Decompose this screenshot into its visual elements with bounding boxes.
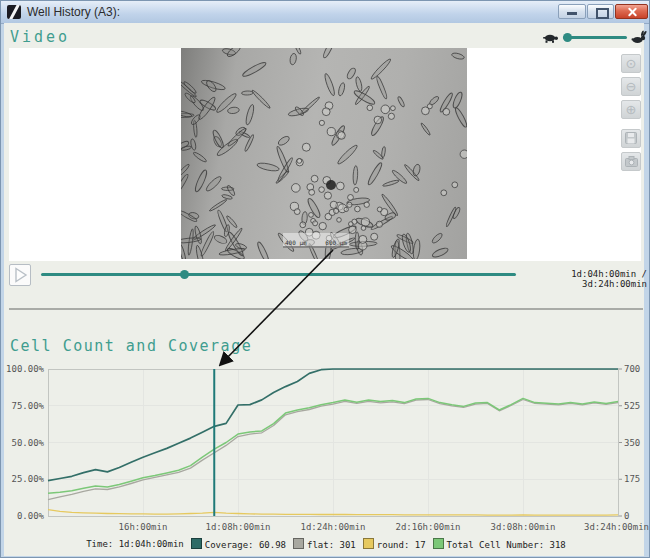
legend-swatch-round xyxy=(363,538,374,549)
minimize-button[interactable] xyxy=(558,4,586,19)
video-panel: 400 μm 600 μm ⊙ ⊖ ⊕ xyxy=(9,48,641,261)
legend-item-round: round: 17 xyxy=(363,538,426,550)
cell-count-coverage-chart[interactable]: 0.00%25.00%50.00%75.00%100.00%16h:00min1… xyxy=(1,356,650,538)
left-axis-tick: 75.00% xyxy=(11,401,44,411)
playback-speed-control xyxy=(541,27,647,47)
play-button[interactable] xyxy=(9,264,31,286)
chart-legend: Time: 1d:04h:00min Coverage: 60.98 flat:… xyxy=(1,538,650,550)
snapshot-button[interactable] xyxy=(621,152,641,171)
reset-view-icon: ⊙ xyxy=(626,56,637,71)
x-axis-tick: 3d:08h:00min xyxy=(490,522,555,532)
cells-render xyxy=(181,48,467,259)
left-axis-tick: 0.00% xyxy=(17,511,45,521)
close-button[interactable] xyxy=(615,4,648,19)
x-axis-tick: 2d:16h:00min xyxy=(395,522,460,532)
right-axis-tick: 350 xyxy=(624,438,640,448)
left-axis-tick: 50.00% xyxy=(11,438,44,448)
chart-section-title: Cell Count and Coverage xyxy=(10,337,252,355)
section-divider xyxy=(9,308,643,310)
scale-label-600: 600 μm xyxy=(325,239,347,246)
right-axis-tick: 525 xyxy=(624,401,640,411)
legend-swatch-flat xyxy=(293,538,304,549)
legend-item-total: Total Cell Number: 318 xyxy=(433,538,566,550)
timeline-slider-handle[interactable] xyxy=(180,270,189,279)
turtle-icon xyxy=(543,29,559,48)
maximize-icon xyxy=(596,8,609,19)
window-title: Well History (A3): xyxy=(27,5,120,19)
x-axis-tick: 1d:24h:00min xyxy=(300,522,365,532)
video-section-title: Video xyxy=(10,28,70,46)
right-axis-tick: 175 xyxy=(624,474,640,484)
play-icon xyxy=(10,265,30,285)
right-axis-tick: 700 xyxy=(624,364,640,374)
reset-view-button[interactable]: ⊙ xyxy=(621,54,641,73)
scale-label-400: 400 μm xyxy=(285,239,307,246)
save-button[interactable] xyxy=(621,129,641,148)
legend-swatch-total xyxy=(433,538,444,549)
legend-item-coverage: Coverage: 60.98 xyxy=(191,538,286,550)
right-axis-tick: 0 xyxy=(624,511,629,521)
floppy-icon xyxy=(625,132,637,144)
left-axis-tick: 25.00% xyxy=(11,474,44,484)
camera-icon xyxy=(625,156,638,167)
title-bar: Well History (A3): xyxy=(1,1,650,24)
timeline-time-label: 1d:04h:00min / 3d:24h:00min xyxy=(513,269,647,289)
rabbit-icon xyxy=(631,29,647,48)
zoom-out-button[interactable]: ⊖ xyxy=(621,77,641,96)
speed-slider-handle[interactable] xyxy=(563,33,572,42)
speed-slider[interactable] xyxy=(563,36,627,39)
left-axis-tick: 100.00% xyxy=(6,364,45,374)
legend-time: Time: 1d:04h:00min xyxy=(86,539,184,549)
microscopy-image: 400 μm 600 μm xyxy=(181,48,467,259)
maximize-button[interactable] xyxy=(587,4,614,19)
x-axis-tick: 16h:00min xyxy=(119,522,168,532)
legend-item-flat: flat: 301 xyxy=(293,538,356,550)
x-axis-tick: 3d:24h:00min xyxy=(584,522,649,532)
x-axis-tick: 1d:08h:00min xyxy=(205,522,270,532)
legend-swatch-coverage xyxy=(191,538,202,549)
zoom-out-icon: ⊖ xyxy=(626,79,637,94)
zoom-in-button[interactable]: ⊕ xyxy=(621,100,641,119)
scale-bar: 400 μm 600 μm xyxy=(283,233,349,248)
timeline-slider[interactable] xyxy=(41,273,516,276)
zoom-in-icon: ⊕ xyxy=(626,102,637,117)
minimize-icon xyxy=(567,12,577,15)
app-icon xyxy=(7,5,21,19)
